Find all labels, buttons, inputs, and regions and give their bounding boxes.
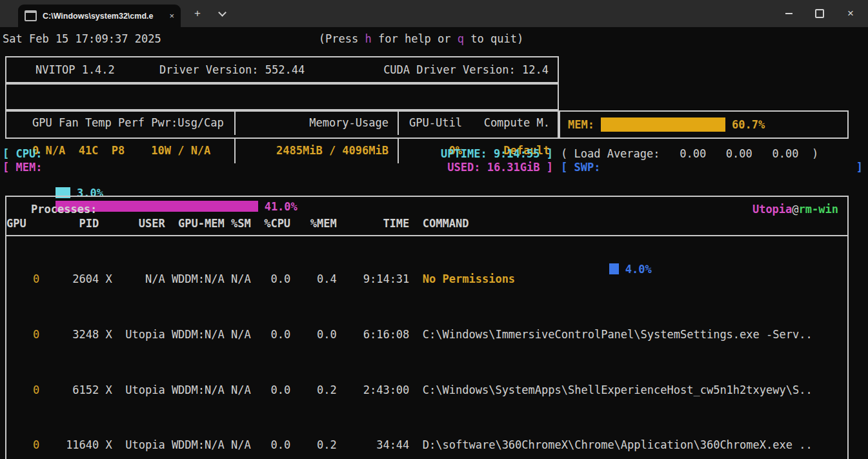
uptime-text: UPTIME: 9:14:55 ] bbox=[441, 147, 553, 160]
host-at: @ bbox=[792, 203, 798, 216]
maximize-button[interactable] bbox=[805, 0, 834, 27]
cuda-version: CUDA Driver Version: 12.4 bbox=[383, 63, 549, 76]
driver-version: Driver Version: 552.44 bbox=[159, 63, 305, 76]
process-stats: 3248 X Utopia WDDM:N/A N/A 0.0 0.0 6:16:… bbox=[39, 328, 423, 341]
gpu-memory-gauge-label: MEM: bbox=[568, 118, 594, 131]
process-row[interactable]: 0 2604 X N/A WDDM:N/A N/A 0.0 0.4 9:14:3… bbox=[6, 272, 847, 286]
chevron-down-icon bbox=[218, 8, 227, 17]
maximize-icon bbox=[815, 9, 824, 18]
cmd-icon bbox=[25, 10, 37, 21]
used-memory-text: USED: 16.31GiB ] bbox=[447, 161, 553, 174]
host-identity: Utopia@rm-win bbox=[752, 203, 838, 216]
process-gpu-index: 0 bbox=[6, 383, 39, 396]
process-table-header: GPU PID USER GPU-MEM %SM %CPU %MEM TIME … bbox=[6, 217, 469, 230]
process-row[interactable]: 0 11640 X Utopia WDDM:N/A N/A 0.0 0.2 34… bbox=[6, 438, 847, 452]
window-titlebar: C:\Windows\system32\cmd.e × + × bbox=[0, 0, 868, 27]
process-panel: Processes: Utopia@rm-win GPU PID USER GP… bbox=[5, 196, 849, 459]
process-stats: 11640 X Utopia WDDM:N/A N/A 0.0 0.2 34:4… bbox=[39, 438, 423, 451]
mem-gauge-line: [ MEM: 41.0% USED: 16.31GiB ] [ SWP: 4.0… bbox=[0, 161, 868, 174]
gpu-memory-gauge: 60.7% bbox=[601, 117, 806, 132]
host-machine: rm-win bbox=[799, 203, 838, 216]
minimize-button[interactable] bbox=[774, 0, 803, 27]
gpu-table-header-box: GPU Fan Temp Perf Pwr:Usg/Cap Memory-Usa… bbox=[5, 83, 559, 110]
new-tab-button[interactable]: + bbox=[186, 0, 209, 27]
terminal-screen: Sat Feb 15 17:09:37 2025 (Press h for he… bbox=[0, 27, 868, 459]
process-gpu-index: 0 bbox=[6, 438, 39, 451]
process-table-rows: 0 2604 X N/A WDDM:N/A N/A 0.0 0.4 9:14:3… bbox=[6, 245, 847, 459]
cpu-gauge-label: [ CPU: bbox=[3, 147, 42, 160]
process-row[interactable]: 0 3248 X Utopia WDDM:N/A N/A 0.0 0.0 6:1… bbox=[6, 328, 847, 342]
gpu-values-box: 0 N/A 41C P8 10W / N/A 2485MiB / 4096MiB… bbox=[5, 110, 559, 139]
gpu-memory-gauge-value: 60.7% bbox=[732, 118, 765, 131]
help-hint: (Press h for help or q to quit) bbox=[0, 32, 842, 45]
process-row[interactable]: 0 6152 X Utopia WDDM:N/A N/A 0.0 0.2 2:4… bbox=[6, 383, 847, 397]
gpu-memory-gauge-box: MEM: 60.7% bbox=[559, 110, 849, 139]
tab-close-icon[interactable]: × bbox=[169, 11, 174, 21]
gpu-memory-gauge-fill bbox=[601, 117, 725, 132]
process-command: D:\software\360ChromeX\Chrome\Applicatio… bbox=[423, 438, 812, 451]
process-stats: 6152 X Utopia WDDM:N/A N/A 0.0 0.2 2:43:… bbox=[39, 383, 423, 396]
process-command: C:\Windows\SystemApps\ShellExperienceHos… bbox=[423, 383, 812, 396]
process-command: C:\Windows\ImmersiveControlPanel\SystemS… bbox=[423, 328, 812, 341]
close-icon: × bbox=[847, 7, 854, 20]
mem-gauge-label: [ MEM: bbox=[3, 161, 42, 174]
help-key-h: h bbox=[365, 32, 371, 45]
swap-gauge-label: [ SWP: bbox=[561, 161, 600, 174]
nvitop-version: NVITOP 1.4.2 bbox=[35, 63, 115, 76]
process-header-divider bbox=[6, 235, 847, 236]
process-stats: 2604 X N/A WDDM:N/A N/A 0.0 0.4 9:14:31 bbox=[39, 272, 423, 285]
tab-title: C:\Windows\system32\cmd.e bbox=[43, 12, 164, 21]
swap-gauge-close-bracket: ] bbox=[856, 161, 863, 174]
minimize-icon bbox=[785, 13, 792, 14]
load-average-text: ( Load Average: 0.00 0.00 0.00 ) bbox=[561, 147, 818, 160]
process-gpu-index: 0 bbox=[6, 272, 39, 285]
nvitop-info-box: NVITOP 1.4.2 Driver Version: 552.44 CUDA… bbox=[5, 56, 559, 83]
tab-dropdown-button[interactable] bbox=[210, 0, 234, 27]
plus-icon: + bbox=[194, 7, 201, 20]
help-key-q: q bbox=[458, 32, 464, 45]
cpu-gauge-line: [ CPU: 3.0% UPTIME: 9:14:55 ] ( Load Ave… bbox=[0, 147, 868, 161]
host-user: Utopia bbox=[752, 203, 792, 216]
processes-title: Processes: bbox=[31, 203, 97, 216]
close-button[interactable]: × bbox=[836, 0, 865, 27]
process-gpu-index: 0 bbox=[6, 328, 39, 341]
terminal-tab[interactable]: C:\Windows\system32\cmd.e × bbox=[18, 5, 181, 27]
process-command: No Permissions bbox=[423, 272, 515, 285]
